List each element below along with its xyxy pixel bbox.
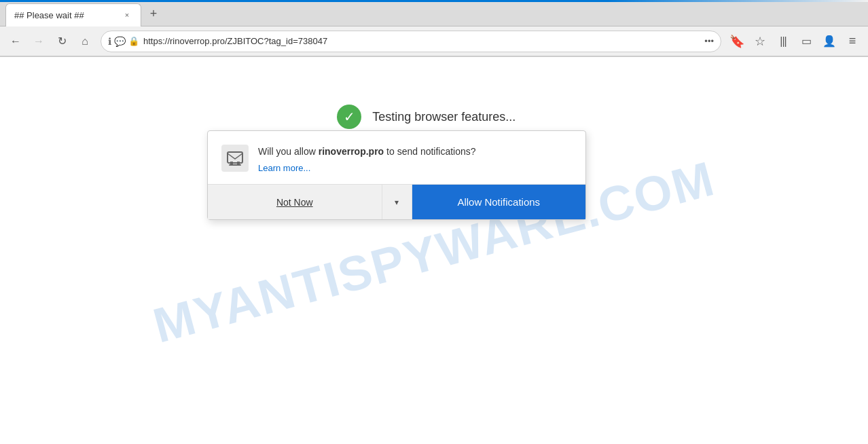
url-text: https://rinoverrop.pro/ZJBITOC?tag_id=73…	[143, 36, 700, 46]
new-tab-button[interactable]: +	[144, 5, 163, 24]
svg-rect-1	[230, 162, 233, 164]
not-now-button[interactable]: Not Now	[208, 185, 382, 219]
not-now-dropdown-button[interactable]: ▾	[382, 185, 412, 219]
not-now-label: Not Now	[276, 197, 313, 208]
browser-chrome: ## Please wait ## × + ← → ↻ ⌂ ℹ 💬 🔒 http…	[0, 0, 868, 57]
chat-notification-icon: 💬	[114, 36, 126, 47]
popup-message: Will you allow rinoverrop.pro to send no…	[258, 145, 476, 159]
pocket-button[interactable]: 🔖	[727, 31, 747, 52]
svg-rect-0	[228, 152, 242, 163]
info-icon: ℹ	[108, 36, 111, 47]
popup-prefix: Will you allow	[258, 146, 319, 157]
bookmark-button[interactable]: ☆	[750, 31, 770, 52]
item-text: Testing browser features...	[372, 110, 516, 124]
reload-button[interactable]: ↻	[52, 31, 72, 52]
tab-bar: ## Please wait ## × +	[0, 2, 868, 26]
lock-icon: 🔒	[128, 36, 139, 46]
library-button[interactable]: |||	[773, 31, 793, 52]
home-button[interactable]: ⌂	[75, 31, 95, 52]
more-button[interactable]: •••	[704, 36, 714, 46]
popup-body: Will you allow rinoverrop.pro to send no…	[208, 131, 585, 184]
notification-popup: Will you allow rinoverrop.pro to send no…	[207, 130, 586, 220]
back-button[interactable]: ←	[5, 31, 26, 52]
popup-actions: Not Now ▾ Allow Notifications	[208, 184, 585, 219]
page-content: MYANTISPYWARE.COM ✓ Testing browser feat…	[0, 57, 868, 444]
active-tab[interactable]: ## Please wait ## ×	[5, 3, 141, 26]
list-item: ✓ Testing browser features...	[337, 105, 531, 129]
forward-button[interactable]: →	[29, 31, 49, 52]
address-bar-right: •••	[704, 36, 714, 46]
svg-rect-2	[237, 162, 240, 164]
allow-notifications-button[interactable]: Allow Notifications	[412, 185, 586, 219]
tab-close-button[interactable]: ×	[122, 10, 132, 20]
chevron-down-icon: ▾	[395, 198, 399, 207]
address-bar-icons: ℹ 💬 🔒	[108, 36, 139, 47]
popup-content: Will you allow rinoverrop.pro to send no…	[258, 145, 476, 173]
nav-right-icons: 🔖 ☆ ||| ▭ 👤 ≡	[727, 31, 863, 52]
menu-button[interactable]: ≡	[842, 31, 863, 52]
popup-domain: rinoverrop.pro	[319, 146, 384, 157]
sidebar-button[interactable]: ▭	[796, 31, 816, 52]
nav-bar: ← → ↻ ⌂ ℹ 💬 🔒 https://rinoverrop.pro/ZJB…	[0, 26, 868, 56]
address-bar[interactable]: ℹ 💬 🔒 https://rinoverrop.pro/ZJBITOC?tag…	[101, 31, 721, 52]
popup-message-icon	[221, 145, 249, 172]
check-success-icon: ✓	[337, 105, 361, 129]
popup-suffix: to send notifications?	[384, 146, 475, 157]
popup-learn-more-link[interactable]: Learn more...	[258, 163, 476, 173]
tab-title: ## Please wait ##	[14, 10, 84, 20]
account-button[interactable]: 👤	[819, 31, 839, 52]
svg-rect-3	[229, 164, 241, 166]
